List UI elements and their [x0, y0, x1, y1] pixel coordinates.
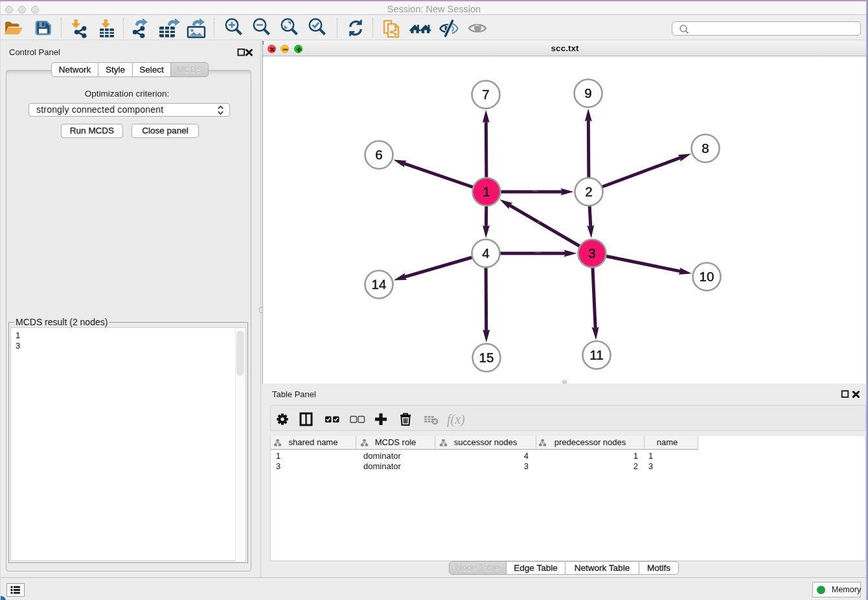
- svg-text:f(x): f(x): [447, 412, 465, 427]
- svg-text:14: 14: [372, 277, 387, 292]
- svg-text:6: 6: [375, 147, 382, 162]
- svg-text:9: 9: [584, 86, 591, 100]
- svg-text:15: 15: [479, 350, 494, 365]
- svg-text:10: 10: [700, 269, 714, 284]
- svg-text:4: 4: [482, 246, 489, 260]
- svg-text:3: 3: [588, 246, 595, 260]
- svg-text:8: 8: [702, 141, 709, 156]
- svg-text:7: 7: [482, 87, 489, 102]
- svg-text:1: 1: [483, 184, 490, 199]
- svg-text:2: 2: [585, 184, 592, 199]
- svg-text:11: 11: [589, 347, 603, 362]
